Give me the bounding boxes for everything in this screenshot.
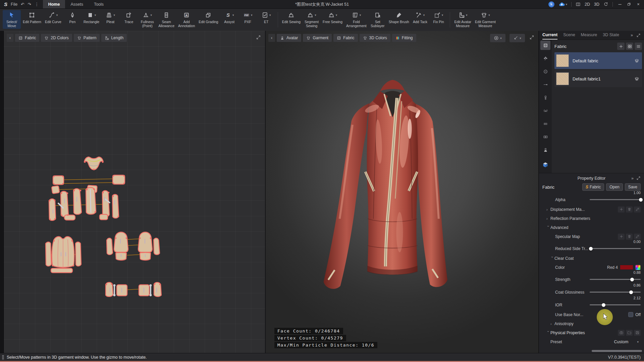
tool-set-sublayer[interactable]: Set Sublayer: [369, 10, 387, 29]
save-button[interactable]: Save: [625, 183, 641, 191]
pattern-piece[interactable]: [73, 189, 82, 215]
mode-3d-button[interactable]: 3D: [594, 2, 599, 7]
chevron-down-icon[interactable]: ▾: [315, 13, 316, 17]
alpha-slider[interactable]: 1.00: [590, 193, 641, 203]
tool-rectangle[interactable]: ▾Rectangle: [82, 10, 101, 24]
open-button[interactable]: Open: [606, 183, 623, 191]
expand-panel-icon[interactable]: [636, 176, 641, 180]
fabric-asset-button[interactable]: SFabric: [582, 183, 604, 191]
menu-tab-home[interactable]: Home: [43, 0, 65, 8]
pattern-piece[interactable]: [113, 175, 125, 184]
pattern-piece[interactable]: [154, 238, 160, 255]
pattern-piece[interactable]: [64, 215, 75, 220]
chevron-down-icon[interactable]: ▾: [336, 13, 337, 17]
clear-coat-color-swatch[interactable]: [620, 265, 633, 270]
cloud-sync-button[interactable]: ▾: [558, 1, 568, 8]
chevron-down-icon[interactable]: ▾: [269, 13, 271, 17]
chevron-down-icon[interactable]: ▾: [423, 13, 425, 17]
advanced-section[interactable]: › Advanced: [542, 223, 641, 232]
asset-zipper-icon[interactable]: [540, 93, 550, 102]
tool-edit-avatar-measure[interactable]: ▾Edit Avatar Measure: [452, 10, 473, 29]
user-avatar[interactable]: 朱: [548, 1, 554, 7]
chevron-down-icon[interactable]: ▾: [232, 13, 234, 17]
tool-edit-pattern[interactable]: Edit Pattern: [21, 10, 43, 24]
more-menu-icon[interactable]: ⋮: [35, 2, 39, 7]
asset-avatar-icon[interactable]: [540, 145, 550, 155]
sidebar-tab-3dstate[interactable]: 3D State: [603, 31, 619, 40]
chevron-down-icon[interactable]: ▾: [150, 13, 152, 17]
asset-fabric-icon[interactable]: [540, 41, 550, 50]
tool-fold-arrangement[interactable]: ▾Fold Arrangement: [344, 10, 368, 29]
tab-3d-fabric[interactable]: Fabric: [333, 34, 358, 42]
open-preset-icon[interactable]: [626, 330, 633, 336]
expand-panel-icon[interactable]: [256, 35, 261, 40]
chevron-right-icon[interactable]: ›: [550, 322, 554, 326]
tab-2d-pattern[interactable]: Pattern: [74, 34, 100, 42]
chevron-down-icon[interactable]: ▾: [500, 37, 502, 40]
displacement-section[interactable]: › Displacement Ma...: [542, 205, 641, 214]
pointer-tool-button[interactable]: ▾: [509, 34, 525, 42]
asset-button-icon[interactable]: [540, 67, 550, 76]
pattern-piece[interactable]: [46, 242, 51, 266]
chevron-down-icon[interactable]: ▾: [360, 13, 361, 17]
render-preset-icon[interactable]: [618, 330, 625, 336]
tool-pxf[interactable]: ▾PXF: [239, 10, 257, 24]
sidebar-tab-measure[interactable]: Measure: [581, 31, 597, 40]
pattern-piece[interactable]: [102, 191, 109, 217]
delete-map-icon[interactable]: [626, 206, 633, 213]
pattern-piece[interactable]: [53, 176, 64, 185]
pattern-piece[interactable]: [84, 157, 103, 170]
menu-tab-tools[interactable]: Tools: [89, 0, 109, 8]
use-base-normal-checkbox[interactable]: [628, 312, 633, 317]
chevron-down-icon[interactable]: ▾: [113, 13, 115, 17]
pattern-piece[interactable]: [52, 186, 60, 194]
tab-2d-length[interactable]: Length: [101, 34, 127, 42]
undo-icon[interactable]: ↶: [21, 2, 24, 7]
tab-3d-colors[interactable]: 3D Colors: [360, 34, 390, 42]
chevron-down-icon[interactable]: ▾: [442, 13, 443, 17]
ior-slider[interactable]: 2.12: [590, 298, 641, 308]
add-map-icon[interactable]: [618, 206, 625, 213]
render-3d-cube-icon[interactable]: [540, 160, 550, 170]
tool-shape-brush[interactable]: Shape Brush: [387, 10, 411, 24]
tab-3d-garment[interactable]: Garment: [303, 34, 332, 42]
pattern-piece[interactable]: [100, 215, 108, 220]
chevron-down-icon[interactable]: ▾: [520, 37, 521, 40]
collapse-left-icon[interactable]: ‹: [7, 34, 13, 42]
chevron-down-icon[interactable]: ›: [546, 226, 550, 230]
panel-2d-pattern[interactable]: ‹ Fabric 2D Colors Pattern Length: [4, 31, 265, 353]
asset-trim-icon[interactable]: [540, 54, 550, 63]
chevron-down-icon[interactable]: ›: [550, 256, 554, 260]
tool-fix-pin[interactable]: ▾Fix Pin: [429, 10, 447, 24]
menu-file[interactable]: File: [11, 2, 17, 7]
pattern-piece[interactable]: [49, 199, 56, 221]
clear-coat-section[interactable]: › Clear Coat: [542, 254, 641, 263]
asset-shirring-icon[interactable]: [540, 106, 550, 115]
tool-add-annotation[interactable]: Add Annotation: [176, 10, 197, 29]
tool-edit-grading[interactable]: Edit Grading: [197, 10, 220, 24]
tool-seam-allowance[interactable]: Seam Allowance: [157, 10, 176, 29]
close-button[interactable]: ×: [635, 2, 641, 7]
minimize-button[interactable]: ─: [617, 2, 623, 7]
add-map-icon[interactable]: [618, 234, 625, 240]
mode-2d-button[interactable]: 2D: [585, 2, 590, 7]
collapse-panel-icon[interactable]: »: [631, 176, 634, 181]
chevron-down-icon[interactable]: ▾: [466, 13, 468, 17]
pattern-piece[interactable]: [107, 238, 113, 255]
chevron-down-icon[interactable]: ›: [546, 331, 550, 335]
tool-add-tack[interactable]: ▾Add Tack: [411, 10, 429, 24]
layout-columns-icon[interactable]: [576, 2, 581, 7]
chevron-down-icon[interactable]: ▾: [56, 13, 58, 17]
garment-3d-view[interactable]: [266, 31, 538, 353]
tab-2d-colors[interactable]: 2D Colors: [41, 34, 72, 42]
tool-edit-garment-measure[interactable]: ▾Edit Garment Measure: [473, 10, 497, 29]
tool-select-move[interactable]: Select/ Move: [3, 10, 21, 29]
coat-glossiness-slider[interactable]: 0.86: [590, 285, 641, 295]
chevron-down-icon[interactable]: ▾: [95, 13, 96, 17]
reflection-section[interactable]: › Reflection Parameters: [542, 214, 641, 223]
simulate-button[interactable]: ▾: [490, 34, 505, 42]
expand-panel-icon[interactable]: [636, 33, 641, 38]
sidebar-tab-scene[interactable]: Scene: [563, 31, 575, 40]
tab-3d-fitting[interactable]: Fitting: [392, 34, 416, 42]
reduced-side-slider[interactable]: 0.00: [590, 242, 641, 252]
